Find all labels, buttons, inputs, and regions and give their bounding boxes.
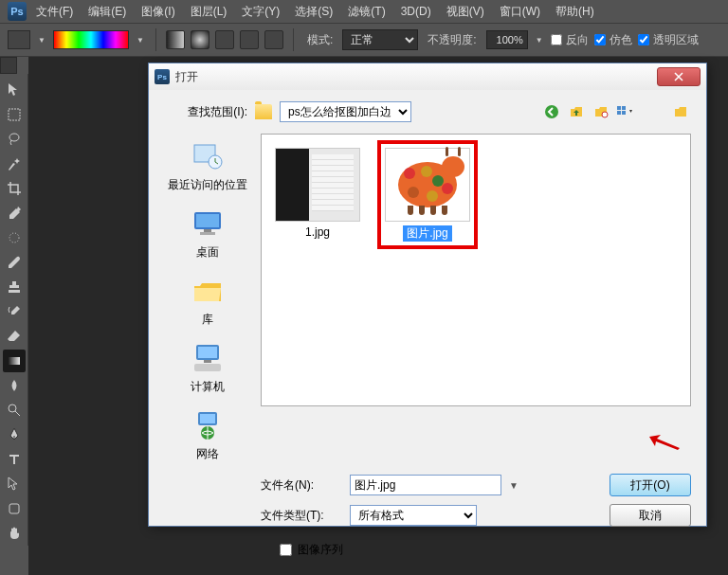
menu-help[interactable]: 帮助(H) <box>550 2 600 22</box>
close-button[interactable] <box>657 67 701 86</box>
filetype-select[interactable]: 所有格式 <box>350 505 477 526</box>
menu-3d[interactable]: 3D(D) <box>395 3 437 20</box>
libraries-icon <box>189 274 227 308</box>
svg-point-7 <box>602 112 608 117</box>
eraser-tool-icon[interactable] <box>3 325 26 348</box>
dropdown-icon[interactable]: ▼ <box>36 34 47 45</box>
shape-tool-icon[interactable] <box>3 497 26 520</box>
blur-tool-icon[interactable] <box>3 374 26 397</box>
svg-rect-19 <box>198 347 217 358</box>
gradient-preview[interactable] <box>53 30 129 49</box>
dialog-titlebar[interactable]: Ps 打开 <box>149 63 706 90</box>
healing-tool-icon[interactable] <box>3 226 26 249</box>
open-dialog: Ps 打开 查找范围(I): ps怎么给抠图加白边 <box>148 63 707 527</box>
cow-illustration <box>398 162 457 207</box>
menu-window[interactable]: 窗口(W) <box>494 2 546 22</box>
toggle-preview-button[interactable] <box>670 101 691 122</box>
gradient-angle-icon[interactable] <box>215 30 234 49</box>
menu-type[interactable]: 文字(Y) <box>236 2 285 22</box>
place-network[interactable]: 网络 <box>189 408 227 462</box>
svg-rect-5 <box>9 504 19 513</box>
history-brush-icon[interactable] <box>3 300 26 323</box>
back-button[interactable] <box>541 101 562 122</box>
place-label: 库 <box>202 312 213 328</box>
ruler-corner <box>0 57 17 74</box>
file-thumbnail <box>275 148 360 222</box>
folder-icon <box>255 104 272 119</box>
menu-image[interactable]: 图像(I) <box>136 2 180 22</box>
place-computer[interactable]: 计算机 <box>189 341 227 395</box>
menu-edit[interactable]: 编辑(E) <box>82 2 132 22</box>
network-icon <box>189 408 227 442</box>
dodge-tool-icon[interactable] <box>3 399 26 422</box>
place-label: 桌面 <box>196 244 219 261</box>
pen-tool-icon[interactable] <box>3 423 26 446</box>
opacity-input[interactable] <box>486 30 528 49</box>
marquee-tool-icon[interactable] <box>3 103 26 126</box>
mode-select[interactable]: 正常 <box>342 29 418 50</box>
transparency-checkbox[interactable]: 透明区域 <box>638 32 699 48</box>
mode-label: 模式: <box>307 32 333 48</box>
filename-input[interactable] <box>350 475 501 495</box>
dropdown-icon[interactable]: ▼ <box>534 34 545 45</box>
brush-tool-icon[interactable] <box>3 251 26 274</box>
gradient-tool-icon[interactable] <box>3 350 26 372</box>
file-item-selected[interactable]: 图片.jpg <box>381 144 474 245</box>
lookin-select[interactable]: ps怎么给抠图加白边 <box>280 101 411 122</box>
open-button[interactable]: 打开(O) <box>610 474 691 496</box>
svg-rect-3 <box>9 357 20 365</box>
up-button[interactable] <box>566 101 587 122</box>
view-menu-button[interactable] <box>615 101 636 122</box>
svg-point-2 <box>9 233 19 243</box>
options-bar: ▼ ▼ 模式: 正常 不透明度: ▼ 反向 仿色 透明区域 <box>0 23 728 57</box>
file-item[interactable]: 1.jpg <box>271 144 364 243</box>
file-list[interactable]: 1.jpg 图片.jpg <box>261 134 691 406</box>
gradient-linear-icon[interactable] <box>166 30 185 49</box>
wand-tool-icon[interactable] <box>3 153 26 175</box>
gradient-diamond-icon[interactable] <box>264 30 283 49</box>
svg-point-4 <box>9 404 16 412</box>
svg-rect-0 <box>9 109 20 120</box>
gradient-reflected-icon[interactable] <box>240 30 259 49</box>
separator <box>293 28 294 51</box>
place-label: 最近访问的位置 <box>168 177 247 193</box>
lasso-tool-icon[interactable] <box>3 128 26 151</box>
gradient-swatch[interactable] <box>8 30 30 49</box>
file-thumbnail <box>385 148 470 222</box>
toolbar <box>0 74 28 546</box>
path-select-icon[interactable] <box>3 473 26 495</box>
place-recent[interactable]: 最近访问的位置 <box>168 139 247 193</box>
menu-view[interactable]: 视图(V) <box>441 2 490 22</box>
svg-rect-16 <box>204 229 211 232</box>
menu-file[interactable]: 文件(F) <box>30 2 79 22</box>
place-libraries[interactable]: 库 <box>189 274 227 328</box>
reverse-checkbox[interactable]: 反向 <box>551 32 589 48</box>
new-folder-icon <box>593 104 609 119</box>
new-folder-button[interactable] <box>591 101 611 122</box>
dialog-title: 打开 <box>175 69 198 85</box>
stamp-tool-icon[interactable] <box>3 276 26 298</box>
gradient-radial-icon[interactable] <box>191 30 209 49</box>
filetype-label: 文件类型(T): <box>261 508 342 524</box>
computer-icon <box>189 341 227 375</box>
menu-layer[interactable]: 图层(L) <box>185 2 233 22</box>
svg-rect-11 <box>622 111 626 115</box>
hand-tool-icon[interactable] <box>3 522 26 545</box>
menu-select[interactable]: 选择(S) <box>289 2 338 22</box>
recent-icon <box>189 139 227 173</box>
menu-filter[interactable]: 滤镜(T) <box>342 2 391 22</box>
crop-tool-icon[interactable] <box>3 177 26 200</box>
image-sequence-checkbox[interactable] <box>280 544 292 556</box>
dither-checkbox[interactable]: 仿色 <box>594 32 632 48</box>
dropdown-icon[interactable]: ▼ <box>135 34 146 45</box>
dropdown-icon[interactable]: ▼ <box>509 480 513 491</box>
place-desktop[interactable]: 桌面 <box>189 207 227 261</box>
move-tool-icon[interactable] <box>3 79 26 101</box>
view-icon <box>616 104 635 119</box>
eyedropper-tool-icon[interactable] <box>3 202 26 225</box>
type-tool-icon[interactable] <box>3 448 26 471</box>
cancel-button[interactable]: 取消 <box>610 504 691 527</box>
svg-rect-20 <box>204 360 211 363</box>
lookin-label: 查找范围(I): <box>164 104 247 120</box>
opacity-label: 不透明度: <box>428 32 476 48</box>
